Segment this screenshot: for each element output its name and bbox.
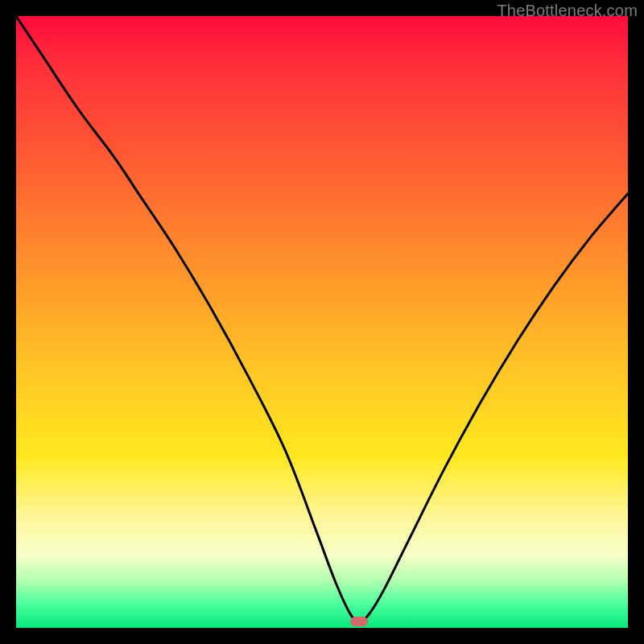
plot-area — [16, 16, 628, 628]
chart-frame: TheBottleneck.com — [0, 0, 644, 644]
bottleneck-curve — [16, 16, 628, 628]
optimum-marker — [350, 617, 368, 626]
